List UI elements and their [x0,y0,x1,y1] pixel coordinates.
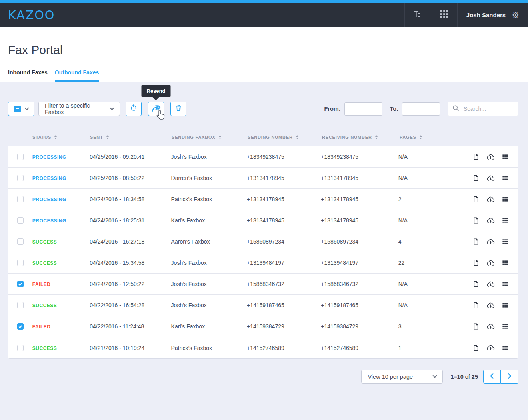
receiving-number-cell: +14159384729 [321,323,398,330]
file-icon[interactable] [472,238,480,246]
user-menu[interactable]: Josh Sanders ⚙ [457,3,528,27]
details-list-icon[interactable] [502,280,509,288]
cloud-download-icon[interactable] [486,302,495,309]
gear-icon[interactable]: ⚙ [512,11,519,19]
row-checkbox[interactable] [17,217,24,224]
table-body: PROCESSING 04/25/2016 - 09:20:41 Josh’s … [8,146,518,358]
sending-number-cell: +14152746589 [247,345,321,351]
search-box[interactable] [448,102,518,116]
row-checkbox[interactable] [17,175,24,181]
range-start: 1–10 [450,374,463,380]
sent-cell: 04/21/2016 - 10:19:24 [90,345,171,351]
cloud-download-icon[interactable] [486,259,495,267]
table-row: PROCESSING 04/25/2016 - 08:50:22 Darren’… [8,168,518,189]
details-list-icon[interactable] [502,302,509,309]
from-date-input[interactable] [344,102,382,116]
column-header[interactable]: SENDING FAXBOX [172,135,248,140]
row-checkbox[interactable] [17,281,24,287]
details-list-icon[interactable] [502,238,509,245]
apps-grid-button[interactable] [431,3,457,27]
file-icon[interactable] [472,259,480,267]
sent-cell: 04/24/2016 - 18:34:58 [90,196,171,202]
search-icon [452,105,459,113]
pages-cell: 1 [398,345,472,351]
search-input[interactable] [463,105,514,112]
toolbar: Filter to a specific Faxbox Resend [8,102,518,116]
sort-icon[interactable] [420,135,422,139]
sort-icon[interactable] [54,135,57,139]
tab-inbound-faxes[interactable]: Inbound Faxes [8,69,48,82]
file-icon[interactable] [472,174,480,182]
next-page-button[interactable] [501,370,518,384]
sending-number-cell: +18349238475 [247,154,321,160]
cloud-download-icon[interactable] [486,323,495,330]
resend-button[interactable]: Resend [148,102,164,116]
details-list-icon[interactable] [502,217,509,224]
details-list-icon[interactable] [502,259,509,266]
sort-icon[interactable] [296,135,298,139]
column-header-label: STATUS [32,135,51,140]
file-icon[interactable] [472,322,480,330]
row-checkbox[interactable] [17,260,24,266]
cloud-download-icon[interactable] [486,238,495,246]
file-icon[interactable] [472,195,480,203]
select-all-checkbox-indeterminate[interactable] [14,106,21,112]
column-header[interactable]: RECEIVING NUMBER [322,135,400,140]
cloud-download-icon[interactable] [486,196,495,203]
sending-faxbox-cell: Karl’s Faxbox [171,217,247,224]
file-icon[interactable] [472,301,480,309]
column-header[interactable]: STATUS [32,135,90,140]
cloud-download-icon[interactable] [486,174,495,182]
row-checkbox[interactable] [17,302,24,308]
details-list-icon[interactable] [502,344,509,352]
row-checkbox[interactable] [17,238,24,245]
table-row: FAILED 04/22/2016 - 11:24:48 Karl’s Faxb… [8,316,518,337]
sort-icon[interactable] [375,135,378,139]
cloud-download-icon[interactable] [486,280,495,288]
table-row: SUCCESS 04/22/2016 - 16:54:28 Josh’s Fax… [8,295,518,316]
sending-number-cell: +14159384729 [247,323,321,330]
accent-top-strip [0,0,528,3]
refresh-button[interactable] [126,102,142,116]
row-checkbox[interactable] [17,323,24,330]
details-list-icon[interactable] [502,323,509,330]
receiving-number-cell: +13134178945 [321,175,398,181]
pages-cell: 4 [398,238,472,245]
receiving-number-cell: +14159187465 [321,302,398,308]
account-hierarchy-button[interactable] [404,3,431,27]
table-row: SUCCESS 04/24/2016 - 16:27:18 Aaron’s Fa… [8,231,518,252]
sort-icon[interactable] [219,135,221,139]
row-checkbox[interactable] [17,345,24,351]
cloud-download-icon[interactable] [486,344,495,352]
select-all-dropdown[interactable] [8,102,34,116]
sort-icon[interactable] [106,135,109,139]
tab-outbound-faxes[interactable]: Outbound Faxes [55,69,99,82]
row-checkbox[interactable] [17,154,24,160]
column-header[interactable]: SENT [90,135,172,140]
status-label: PROCESSING [32,218,66,224]
receiving-number-cell: +18349238475 [321,154,398,160]
faxbox-filter-select[interactable]: Filter to a specific Faxbox [38,102,120,116]
column-header[interactable]: PAGES [400,135,474,140]
prev-page-button[interactable] [483,370,501,384]
sending-number-cell: +14159187465 [247,302,321,308]
to-date-input[interactable] [402,102,440,116]
row-checkbox[interactable] [17,196,24,202]
details-list-icon[interactable] [502,174,509,182]
status-label: PROCESSING [32,197,66,202]
user-name: Josh Sanders [466,12,506,18]
details-list-icon[interactable] [502,153,509,160]
content-area: Filter to a specific Faxbox Resend [0,82,528,420]
top-nav: Josh Sanders ⚙ [404,3,528,27]
file-icon[interactable] [472,153,480,161]
file-icon[interactable] [472,216,480,224]
per-page-select[interactable]: View 10 per page [361,370,443,384]
file-icon[interactable] [472,344,480,352]
file-icon[interactable] [472,280,480,288]
column-header[interactable]: SENDING NUMBER [248,135,322,140]
receiving-number-cell: +15860897234 [321,238,398,245]
delete-button[interactable] [170,102,186,116]
cloud-download-icon[interactable] [486,217,495,224]
details-list-icon[interactable] [502,196,509,203]
cloud-download-icon[interactable] [486,153,495,161]
